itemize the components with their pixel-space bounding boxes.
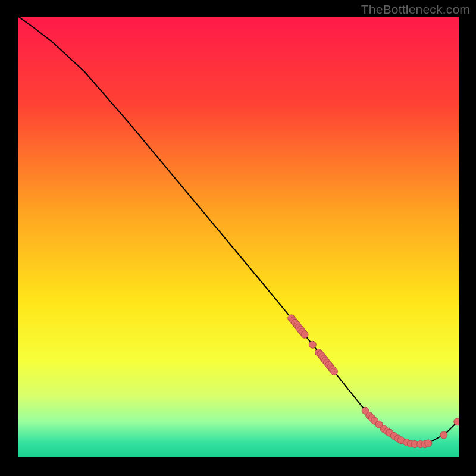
curve-marker bbox=[309, 341, 316, 348]
watermark-text: TheBottleneck.com bbox=[361, 2, 470, 17]
chart-container: TheBottleneck.com bbox=[0, 0, 476, 476]
curve-marker bbox=[454, 418, 459, 425]
bottleneck-curve bbox=[18, 17, 459, 444]
curve-marker bbox=[425, 440, 432, 447]
plot-overlay bbox=[18, 17, 459, 457]
plot-area bbox=[18, 17, 459, 457]
curve-marker bbox=[301, 331, 308, 338]
curve-marker bbox=[331, 368, 338, 375]
curve-markers bbox=[288, 315, 459, 448]
curve-marker bbox=[440, 431, 447, 439]
